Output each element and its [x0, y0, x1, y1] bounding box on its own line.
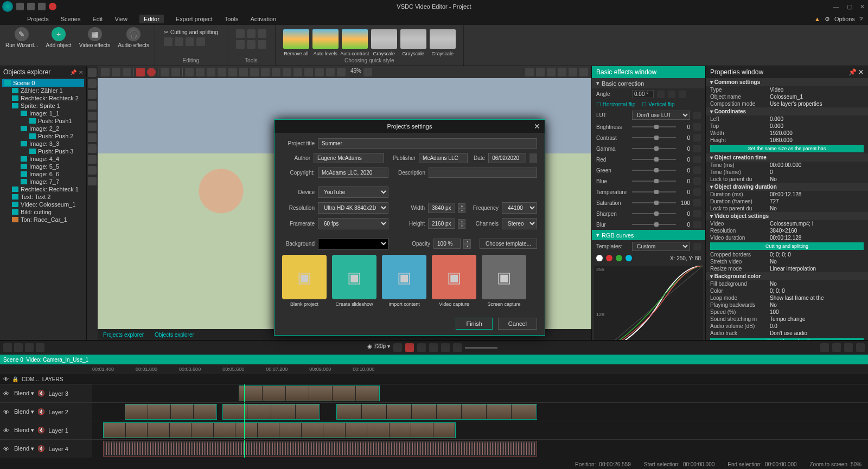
volume-icon[interactable] [453, 343, 462, 352]
maximize-icon[interactable]: ▢ [847, 3, 852, 10]
contrast-slider[interactable] [632, 137, 676, 138]
tree-node[interactable]: Image: 7_7 [2, 178, 84, 185]
audio-tool-icon[interactable] [88, 177, 97, 185]
reset-icon[interactable] [693, 156, 701, 163]
tree-node[interactable]: Video: Colosseum_1 [2, 201, 84, 208]
lock-icon[interactable]: 🔒 [12, 376, 18, 382]
audio-clip[interactable]: ost_2 [103, 441, 537, 457]
tree-node[interactable]: Zähler: Zähler 1 [2, 87, 84, 94]
tool-icon[interactable] [236, 40, 245, 49]
next-frame-icon[interactable] [417, 343, 426, 352]
reset-icon[interactable] [693, 112, 701, 119]
property-row[interactable]: Top0.000 [706, 123, 868, 130]
property-row[interactable]: VideoColosseum.mp4; I [706, 220, 868, 227]
playhead[interactable] [244, 440, 245, 458]
property-row[interactable]: Resolution3840×2160 [706, 227, 868, 234]
reset-icon[interactable] [693, 166, 701, 174]
props-section-header[interactable]: ▾ Object drawing duration [706, 183, 868, 191]
chart-tool-icon[interactable] [88, 144, 97, 153]
tb-icon[interactable] [337, 68, 346, 76]
video-effects-button[interactable]: ▦Video effects [79, 27, 110, 48]
minimize-icon[interactable]: — [833, 3, 839, 10]
spinner-up[interactable]: ▴ [458, 203, 465, 208]
property-row[interactable]: Playing backwardsNo [706, 301, 868, 309]
tree-node[interactable]: Sprite: Sprite 1 [2, 102, 84, 110]
property-row[interactable]: Time (ms)00:00:00.000 [706, 162, 868, 169]
rgb-curves-section[interactable]: ▾ RGB curves [592, 230, 705, 240]
property-row[interactable]: Object nameColosseum_1 [706, 93, 868, 100]
track-mute-icon[interactable]: 🔇 [37, 427, 45, 434]
tool-icon[interactable] [175, 37, 183, 46]
tb-icon[interactable] [218, 68, 226, 76]
author-input[interactable] [314, 153, 384, 163]
step-back-icon[interactable] [832, 343, 841, 352]
menu-projects[interactable]: Projects [27, 16, 49, 22]
publisher-input[interactable] [419, 153, 468, 163]
project-template-card[interactable]: ▣Blank project [282, 255, 327, 307]
props-action-button[interactable]: Set the same size as the parent has [710, 145, 864, 152]
timeline-track[interactable]: 👁Blend ▾🔇Layer 1 [0, 421, 868, 439]
finish-button[interactable]: Finish [456, 318, 492, 330]
help-icon[interactable]: ? [859, 16, 863, 22]
description-input[interactable] [429, 168, 537, 178]
rotate-right-icon[interactable] [668, 91, 675, 98]
curve-channel-green[interactable] [616, 255, 622, 261]
object-tree[interactable]: Scene 0Zähler: Zähler 1Rechteck: Rechtec… [0, 78, 86, 224]
property-row[interactable]: Audio trackDon't use audio [706, 330, 868, 337]
spinner-up[interactable]: ▴ [463, 239, 471, 244]
redo-icon[interactable] [171, 68, 180, 76]
pen-tool-icon[interactable] [88, 112, 97, 120]
add-track-icon[interactable] [3, 343, 12, 352]
choose-template-button[interactable]: Choose template... [480, 239, 537, 249]
run-wizard-button[interactable]: ✎Run Wizard... [5, 27, 39, 48]
saturation-slider[interactable] [632, 202, 676, 203]
image-tool-icon[interactable] [88, 155, 97, 164]
property-row[interactable]: Duration (ms)00:00:12.128 [706, 191, 868, 198]
project-title-input[interactable] [318, 138, 537, 149]
tree-node[interactable]: Image: 4_4 [2, 155, 84, 163]
property-row[interactable]: Resize modeLinear interpolation [706, 265, 868, 272]
video-clip[interactable] [336, 404, 537, 420]
video-tool-icon[interactable] [88, 166, 97, 175]
style-grayscale[interactable]: Grayscale [430, 29, 456, 49]
shape-tool-icon[interactable] [88, 133, 97, 142]
curves-template-select[interactable]: Custom [632, 242, 690, 251]
resolution-indicator[interactable]: ◉ 720p ▾ [367, 343, 390, 352]
property-row[interactable]: Speed (%)100 [706, 309, 868, 316]
angle-input[interactable] [632, 90, 654, 98]
tree-node[interactable]: Rechteck: Rechteck 1 [2, 185, 84, 193]
timeline-breadcrumb[interactable]: Scene 0 Video: Camera_In_Use_1 [0, 355, 868, 364]
frequency-select[interactable]: 44100 Hz [502, 202, 537, 214]
rect-tool-icon[interactable] [88, 79, 97, 88]
pin-icon[interactable]: 📌 [70, 69, 76, 75]
tree-node[interactable]: Bild: cutting [2, 208, 84, 216]
eye-icon[interactable]: 👁 [3, 376, 9, 382]
property-row[interactable]: Width1920.000 [706, 130, 868, 137]
tool-icon[interactable] [236, 29, 245, 38]
property-row[interactable]: Stretch videoNo [706, 258, 868, 265]
tab-objects-explorer[interactable]: Objects explorer [149, 331, 200, 339]
property-row[interactable]: Loop modeShow last frame at the [706, 294, 868, 301]
reset-icon[interactable] [693, 210, 701, 217]
property-row[interactable]: Lock to parent duNo [706, 205, 868, 212]
cut-icon[interactable] [101, 68, 110, 76]
tree-node[interactable]: Rechteck: Rechteck 2 [2, 94, 84, 102]
dialog-close-icon[interactable]: ✕ [534, 122, 540, 131]
style-grayscale[interactable]: Grayscale [371, 29, 397, 49]
channels-select[interactable]: Stereo [502, 218, 537, 229]
zoom-dropdown-icon[interactable] [363, 68, 372, 76]
tb-icon[interactable] [293, 68, 302, 76]
track-mute-icon[interactable]: 🔇 [37, 390, 45, 397]
play-icon[interactable] [405, 343, 414, 352]
ellipse-tool-icon[interactable] [88, 90, 97, 99]
sharpen-slider[interactable] [632, 213, 676, 214]
record-icon[interactable] [49, 3, 56, 10]
tl-icon[interactable] [36, 343, 44, 352]
props-section-header[interactable]: ▾ Video object settings [706, 212, 868, 220]
timeline-track[interactable]: 👁Blend ▾🔇Layer 3 [0, 384, 868, 402]
props-action-button[interactable]: Split to video and audio [710, 338, 864, 340]
tb-icon[interactable] [304, 68, 313, 76]
menu-scenes[interactable]: Scenes [61, 16, 81, 22]
track-blend-label[interactable]: Blend ▾ [14, 445, 34, 452]
tree-node[interactable]: Push: Push1 [2, 117, 84, 125]
